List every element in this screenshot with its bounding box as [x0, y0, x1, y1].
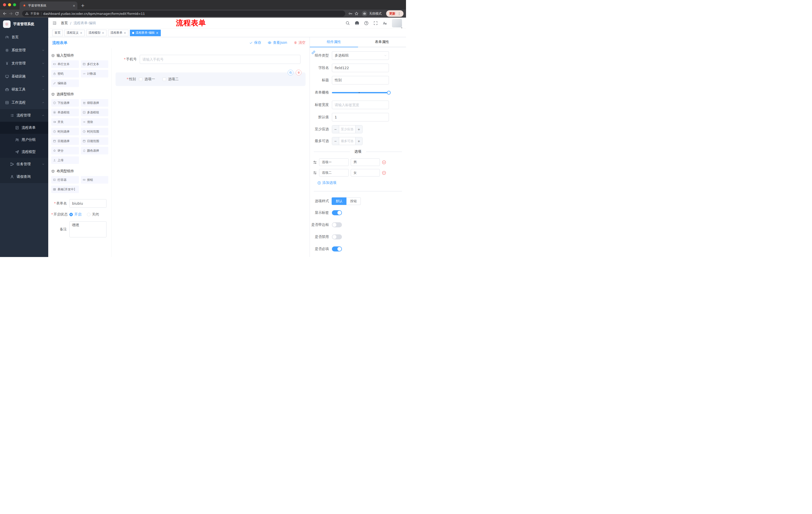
increase-button[interactable]: +	[355, 126, 362, 133]
tag-process-form-edit[interactable]: 流程表单-编辑 ×	[130, 30, 161, 36]
back-icon[interactable]	[2, 11, 7, 16]
sidebar-item-system-management[interactable]: 系统管理	[0, 44, 48, 57]
tab-component-props[interactable]: 组件属性	[310, 37, 358, 47]
add-option-button[interactable]: 添加选项	[317, 181, 406, 185]
url-text[interactable]: dashboard.yudao.iocoder.cn/bpm/manager/f…	[43, 12, 145, 16]
tag-process-definition[interactable]: 流程定义 ×	[64, 30, 85, 36]
browser-menu-icon[interactable]: ⋮	[398, 11, 401, 16]
delete-field-button[interactable]	[296, 70, 301, 76]
palette-item-button[interactable]: 按钮	[81, 176, 109, 184]
sidebar-item-task-management[interactable]: 任务管理	[0, 158, 48, 170]
help-icon[interactable]	[364, 21, 369, 25]
palette-item-cascade[interactable]: 级联选择	[81, 99, 109, 107]
tag-close-icon[interactable]: ×	[80, 31, 82, 35]
component-type-select[interactable]: 多选框组	[332, 51, 389, 60]
sidebar-item-process-form[interactable]: 流程表单	[0, 122, 48, 134]
status-radio-on[interactable]: 开启	[69, 212, 81, 217]
palette-item-single-line-text[interactable]: 单行文本	[51, 60, 79, 68]
palette-item-switch[interactable]: 开关	[51, 118, 79, 126]
drag-handle-icon[interactable]	[313, 171, 317, 175]
hamburger-icon[interactable]	[52, 21, 57, 25]
sidebar-item-leave-query[interactable]: 请假查询	[0, 170, 48, 183]
form-grid-slider[interactable]	[332, 88, 389, 97]
sidebar-item-infrastructure[interactable]: 基础设施	[0, 70, 48, 83]
palette-item-rate[interactable]: 评分	[51, 147, 79, 154]
form-canvas[interactable]: *手机号 *性别 选项一	[112, 48, 310, 257]
bookmark-icon[interactable]	[354, 11, 359, 16]
search-icon[interactable]	[345, 21, 350, 25]
palette-item-table[interactable]: 表格[开发中]	[51, 186, 79, 193]
palette-item-multi-line-text[interactable]: 多行文本	[81, 60, 109, 68]
fullscreen-icon[interactable]	[373, 21, 378, 25]
decrease-button[interactable]: −	[332, 137, 339, 145]
palette-item-counter[interactable]: 123计数器	[81, 70, 109, 77]
default-value-input[interactable]	[332, 113, 389, 121]
palette-item-color-picker[interactable]: 颜色选择	[81, 147, 109, 154]
palette-item-editor[interactable]: 编辑器	[51, 79, 79, 87]
status-radio-off[interactable]: 关闭	[87, 212, 99, 217]
sidebar-item-user-group[interactable]: 用户分组	[0, 134, 48, 146]
increase-button[interactable]: +	[355, 137, 362, 145]
tab-close-icon[interactable]: ×	[72, 4, 76, 7]
sidebar-item-process-management[interactable]: 流程管理	[0, 109, 48, 122]
sidebar-item-home[interactable]: 首页	[0, 31, 48, 44]
option-2-name-input[interactable]	[319, 169, 349, 177]
minimize-window-button[interactable]	[8, 3, 11, 6]
forward-icon[interactable]	[8, 11, 13, 16]
required-switch[interactable]	[332, 246, 342, 251]
palette-item-row-container[interactable]: 行容器	[51, 176, 79, 184]
palette-item-checkbox-group[interactable]: 多选框组	[81, 109, 109, 116]
tag-home[interactable]: 首页	[52, 30, 63, 36]
update-label[interactable]: 更新	[389, 11, 396, 16]
sidebar-item-process-model[interactable]: 流程模型	[0, 146, 48, 158]
breadcrumb-home[interactable]: 首页	[61, 21, 68, 25]
address-bar[interactable]: 不安全 dashboard.yudao.iocoder.cn/bpm/manag…	[22, 10, 345, 17]
sidebar-item-payment-management[interactable]: 支付管理	[0, 57, 48, 70]
border-switch[interactable]	[332, 222, 342, 227]
title-input[interactable]	[332, 76, 389, 84]
gender-option-1-checkbox[interactable]: 选项一	[139, 77, 155, 81]
label-width-input[interactable]	[332, 101, 389, 109]
sidebar-item-workflow[interactable]: 工作流程	[0, 96, 48, 109]
tag-process-model[interactable]: 流程模型 ×	[86, 30, 107, 36]
new-tab-button[interactable]: +	[77, 3, 88, 9]
slider-handle[interactable]	[387, 91, 391, 94]
clear-button[interactable]: 清空	[294, 40, 306, 45]
tag-close-icon[interactable]: ×	[102, 31, 104, 35]
zoom-window-button[interactable]	[13, 3, 16, 6]
palette-item-radio-group[interactable]: 单选框组	[51, 109, 79, 116]
decrease-button[interactable]: −	[332, 126, 339, 133]
form-name-input[interactable]	[69, 199, 107, 208]
not-secure-icon[interactable]	[25, 12, 29, 15]
link-icon[interactable]	[311, 50, 316, 55]
palette-item-password[interactable]: 密码	[51, 70, 79, 77]
field-phone-input[interactable]	[140, 55, 300, 64]
min-select-value[interactable]: 至少应选	[339, 127, 355, 132]
tab-form-props[interactable]: 表单属性	[358, 37, 406, 47]
option-1-name-input[interactable]	[319, 158, 349, 166]
browser-update-button[interactable]: 更新 ⋮	[386, 10, 404, 17]
security-label[interactable]: 不安全	[30, 11, 39, 16]
field-gender-selected[interactable]: *性别 选项一 选项二	[116, 73, 306, 86]
style-default-button[interactable]: 默认	[332, 197, 346, 205]
option-1-value-input[interactable]	[351, 158, 380, 166]
max-select-value[interactable]: 最多可选	[339, 139, 355, 143]
sidebar-logo[interactable]: 芋道管理系统	[0, 18, 48, 31]
text-size-icon[interactable]	[383, 21, 387, 25]
palette-item-dropdown[interactable]: 下拉选择	[51, 99, 79, 107]
password-manager-icon[interactable]	[348, 11, 353, 16]
slider-track[interactable]	[332, 92, 389, 93]
field-phone[interactable]: *手机号	[116, 55, 306, 64]
palette-item-upload[interactable]: 上传	[51, 156, 79, 164]
show-label-switch[interactable]	[332, 210, 342, 215]
form-remark-textarea[interactable]: 嘿嘿	[69, 221, 107, 237]
save-button[interactable]: 保存	[249, 40, 261, 45]
tag-close-icon[interactable]: ×	[124, 31, 126, 35]
avatar[interactable]	[392, 19, 402, 27]
disabled-switch[interactable]	[332, 234, 342, 239]
palette-item-slider[interactable]: 滑块	[81, 118, 109, 126]
palette-item-time-range[interactable]: 时间范围	[81, 128, 109, 135]
drag-handle-icon[interactable]	[313, 160, 317, 164]
style-button-button[interactable]: 按钮	[346, 197, 361, 205]
option-2-value-input[interactable]	[351, 169, 380, 177]
